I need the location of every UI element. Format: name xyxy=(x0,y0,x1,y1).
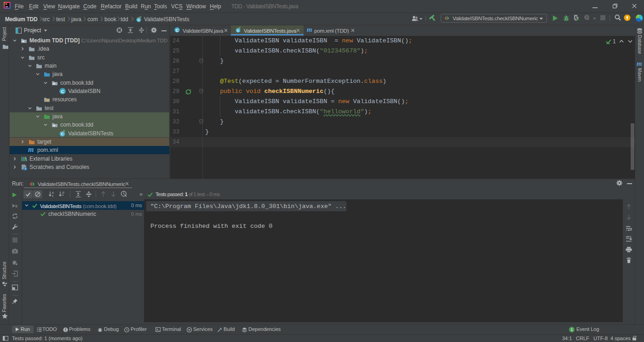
svg-text:C: C xyxy=(138,18,140,22)
svg-text:1: 1 xyxy=(570,327,573,332)
svg-text:a: a xyxy=(52,191,54,194)
svg-text:C: C xyxy=(61,132,64,136)
svg-text:C: C xyxy=(176,28,179,33)
svg-text:C: C xyxy=(61,89,64,94)
svg-text:z: z xyxy=(52,194,53,197)
svg-text:9: 9 xyxy=(15,204,17,209)
svg-text:C: C xyxy=(237,29,240,33)
